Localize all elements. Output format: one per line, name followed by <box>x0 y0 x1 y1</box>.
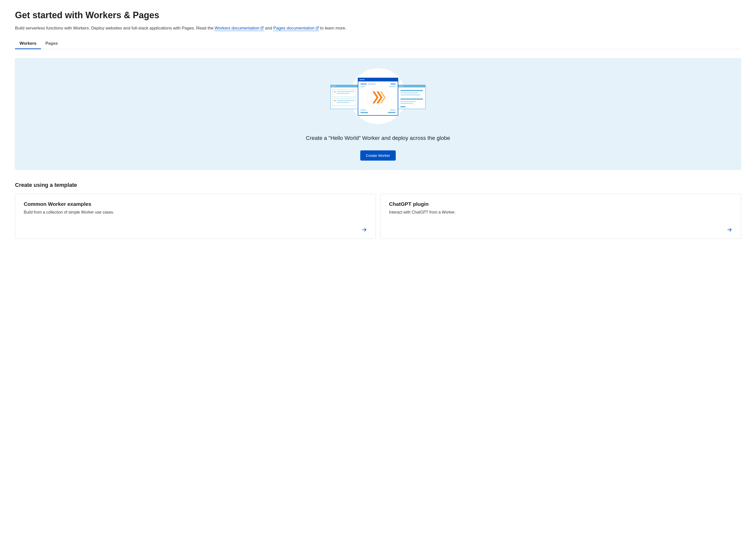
svg-point-5 <box>332 86 333 87</box>
svg-rect-22 <box>400 93 418 94</box>
svg-rect-15 <box>337 102 349 103</box>
tabs-bar: Workers Pages <box>15 38 741 49</box>
svg-rect-16 <box>398 85 425 109</box>
svg-rect-33 <box>361 84 367 85</box>
hero-card: Create a "Hello World" Worker and deploy… <box>15 58 741 170</box>
svg-rect-10 <box>337 91 354 92</box>
templates-heading: Create using a template <box>15 182 741 188</box>
svg-point-9 <box>334 91 336 92</box>
svg-point-19 <box>401 86 401 87</box>
svg-rect-42 <box>388 112 395 113</box>
svg-rect-25 <box>400 101 415 102</box>
template-title: Common Worker examples <box>24 201 367 207</box>
svg-rect-11 <box>337 93 349 94</box>
svg-point-30 <box>360 79 361 80</box>
template-grid: Common Worker examples Build from a coll… <box>15 194 741 239</box>
svg-rect-37 <box>389 86 395 87</box>
svg-point-18 <box>399 86 400 87</box>
svg-point-7 <box>335 86 335 87</box>
svg-point-6 <box>333 86 334 87</box>
template-card-chatgpt-plugin[interactable]: ChatGPT plugin Interact with ChatGPT fro… <box>380 194 741 239</box>
tab-pages[interactable]: Pages <box>41 38 62 49</box>
hero-tagline: Create a "Hello World" Worker and deploy… <box>24 135 732 141</box>
external-link-icon <box>260 25 264 32</box>
svg-rect-40 <box>361 112 368 113</box>
external-link-icon <box>316 25 319 32</box>
desc-prefix: Build serverless functions with Workers.… <box>15 26 215 30</box>
svg-line-0 <box>262 27 263 28</box>
svg-rect-26 <box>400 103 413 104</box>
svg-rect-21 <box>400 90 423 91</box>
svg-rect-27 <box>400 106 405 107</box>
page-description: Build serverless functions with Workers.… <box>15 25 741 31</box>
workers-doc-link[interactable]: Workers documentation <box>215 26 264 31</box>
pages-doc-link[interactable]: Pages documentation <box>273 26 319 31</box>
svg-point-32 <box>363 79 364 80</box>
svg-rect-41 <box>390 109 395 111</box>
desc-suffix: to learn more. <box>320 26 346 30</box>
svg-rect-35 <box>361 86 365 87</box>
svg-rect-34 <box>368 84 376 85</box>
template-desc: Build from a collection of simple Worker… <box>24 210 367 222</box>
svg-rect-24 <box>400 99 423 100</box>
svg-rect-14 <box>337 100 354 101</box>
template-title: ChatGPT plugin <box>389 201 732 207</box>
svg-rect-23 <box>400 95 420 96</box>
svg-point-20 <box>402 86 403 87</box>
svg-line-1 <box>317 27 318 28</box>
arrow-right-icon <box>362 227 367 234</box>
template-card-common-examples[interactable]: Common Worker examples Build from a coll… <box>15 194 376 239</box>
tab-workers[interactable]: Workers <box>15 38 41 49</box>
page-title: Get started with Workers & Pages <box>15 10 741 20</box>
svg-rect-39 <box>361 109 366 111</box>
desc-mid: and <box>265 26 273 30</box>
svg-rect-36 <box>390 84 395 85</box>
arrow-right-icon <box>727 227 732 234</box>
template-desc: Interact with ChatGPT from a Worker. <box>389 210 732 222</box>
create-worker-button[interactable]: Create Worker <box>360 150 395 161</box>
svg-point-31 <box>362 79 363 80</box>
svg-point-13 <box>334 100 336 101</box>
hero-illustration <box>24 67 732 125</box>
